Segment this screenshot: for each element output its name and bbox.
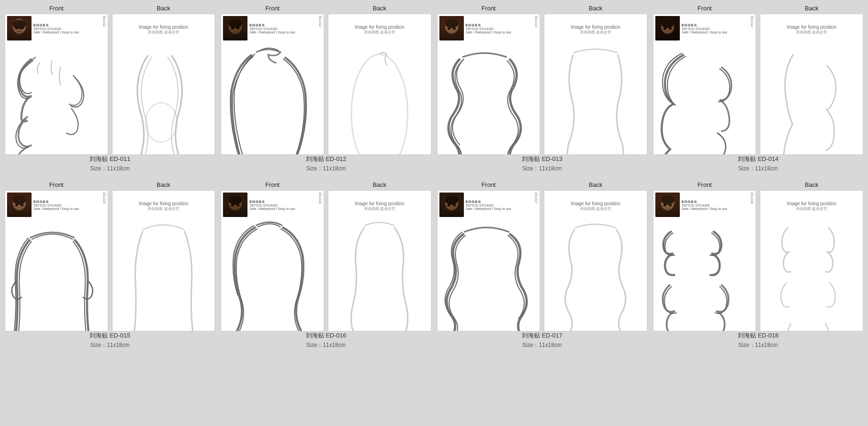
svg-point-10 [237,27,239,29]
back-label-013: Back [589,5,602,12]
back-hair-svg-018 [775,216,849,331]
product-group-011: Front [5,5,215,176]
back-card-018: Image for fixing position 原创插图 盗者必究 [760,190,863,331]
back-label-015: Back [157,181,170,188]
product-label-012: 刘海贴 ED-012 [306,155,347,163]
back-card-016: Image for fixing position 原创插图 盗者必究 [328,190,431,331]
back-label-017: Back [589,181,602,188]
back-label-011: Back [157,5,170,12]
brand-sub1-011: TATTOO STICKER [33,27,79,31]
product-size-014: Size：11x18cm [738,165,778,173]
brand-text-018: EDGES TATTOO STICKER Safe / Waterproof /… [682,200,727,210]
front-card-wrapper-014: Front [653,5,757,155]
back-card-wrapper-014: Back Image for fixing position 原创插图 盗者必究 [760,5,863,155]
product-label-014: 刘海贴 ED-014 [738,155,779,163]
product-id-012: ED-012 [319,16,322,27]
svg-point-14 [445,19,458,28]
back-card-013: Image for fixing position 原创插图 盗者必究 [544,14,647,155]
hair-svg-018 [655,219,754,331]
front-label-013: Front [481,5,495,12]
face-image-014 [655,16,680,40]
hair-svg-013 [439,42,538,155]
product-id-013: ED-013 [534,16,538,27]
face-image-018 [655,193,680,217]
back-hair-svg-014 [775,40,849,155]
product-group-016: Front [221,181,431,352]
front-content-015 [7,219,106,331]
back-hair-svg-015 [127,216,200,331]
back-hair-svg-017 [558,216,632,331]
svg-point-3 [15,27,18,29]
product-id-011: ED-011 [103,16,106,27]
back-card-017: Image for fixing position 原创插图 盗者必究 [544,190,647,331]
back-card-wrapper-016: Back Image for fixing position 原创插图 盗者必究 [328,181,431,331]
front-content-016 [223,219,322,331]
svg-point-25 [15,204,18,206]
front-card-012: EDGES TATTOO STICKER Safe / Waterproof /… [221,14,324,155]
back-content-014: Image for fixing position 原创插图 盗者必究 [762,16,861,155]
svg-point-41 [669,204,672,206]
face-image-013 [439,16,464,40]
product-id-014: ED-014 [750,16,754,27]
back-label-014: Back [805,5,819,12]
svg-point-9 [231,27,234,29]
product-group-012: Front [221,5,431,176]
product-label-011: 刘海贴 ED-011 [89,155,130,163]
svg-point-15 [447,28,450,30]
brand-text-016: EDGES TATTOO STICKER Safe / Waterproof /… [249,200,295,210]
hair-svg-016 [223,219,322,331]
back-card-wrapper-018: Back Image for fixing position 原创插图 盗者必究 [760,181,863,331]
brand-text-014: EDGES TATTOO STICKER Safe / Waterproof /… [682,23,727,34]
svg-point-31 [237,204,239,206]
product-group-018: Front [653,181,863,352]
back-card-wrapper-017: Back Image for fixing position 原创插图 盗者必究 [544,181,647,331]
face-image-011 [7,16,32,40]
svg-point-24 [13,195,26,205]
hair-svg-015 [7,219,106,331]
svg-point-35 [447,204,450,206]
product-label-013: 刘海贴 ED-013 [522,155,563,163]
product-size-011: Size：11x18cm [90,165,130,173]
svg-point-20 [663,28,666,30]
back-content-012: Image for fixing position 原创插图 盗者必究 [330,16,429,155]
brand-text-017: EDGES TATTOO STICKER Safe / Waterproof /… [466,200,511,210]
back-content-018: Image for fixing position 原创插图 盗者必究 [762,193,861,331]
front-content-012 [223,42,322,155]
front-content-017 [439,219,538,331]
product-size-018: Size：11x18cm [738,341,778,349]
face-image-015 [7,193,32,217]
front-card-wrapper-018: Front [653,181,757,331]
front-card-018: EDGES TATTOO STICKER Safe / Waterproof /… [653,190,757,331]
fixing-text-011: Image for fixing position [139,24,189,30]
back-hair-svg-013 [558,40,632,155]
svg-point-36 [453,204,456,206]
face-image-017 [439,193,464,217]
back-card-wrapper-012: Back Image for fixing position 原创插图 盗者必究 [328,5,431,155]
svg-point-5 [145,103,177,142]
back-card-015: Image for fixing position 原创插图 盗者必究 [112,190,215,331]
product-id-018: ED-018 [750,193,754,204]
front-content-013 [439,42,538,155]
front-card-wrapper-017: Front [437,181,541,331]
back-card-wrapper-011: Back Image for fixing position 原创插图 盗者必究 [112,5,215,155]
product-size-017: Size：11x18cm [522,341,562,349]
front-card-011: EDGES TATTOO STICKER Safe / Waterproof /… [5,14,108,155]
front-card-017: EDGES TATTOO STICKER Safe / Waterproof /… [437,190,541,331]
front-card-015: EDGES TATTOO STICKER Safe / Waterproof /… [5,190,108,331]
svg-point-16 [453,28,456,30]
svg-point-34 [445,195,458,205]
back-content-011: Image for fixing position 原创插图 盗者必究 [114,16,213,155]
product-id-016: ED-016 [319,193,322,204]
product-grid: Front [5,5,863,352]
product-id-015: ED-015 [103,193,106,204]
back-card-011: Image for fixing position 原创插图 盗者必究 [112,14,215,155]
svg-point-4 [21,27,24,29]
front-label-016: Front [265,181,279,188]
front-label-012: Front [265,5,279,12]
front-label-014: Front [697,5,711,12]
front-label-017: Front [481,181,495,188]
svg-point-19 [661,19,674,28]
fixing-sub-011: 原创插图 盗者必究 [148,30,179,35]
svg-point-21 [669,28,672,30]
back-card-wrapper-013: Back Image for fixing position 原创插图 盗者必究 [544,5,647,155]
